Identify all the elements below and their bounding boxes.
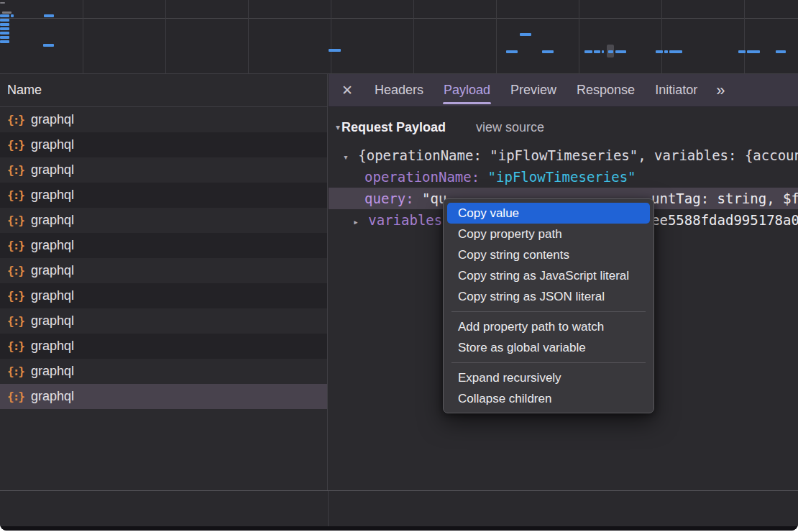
request-name-label: graphql (31, 137, 74, 152)
json-braces-icon: {:} (7, 138, 24, 152)
tree-root-row[interactable]: ▾ {operationName: "ipFlowTimeseries", va… (329, 145, 798, 166)
menu-item-collapse-children[interactable]: Collapse children (447, 388, 650, 409)
request-activity-bar (506, 50, 518, 53)
close-icon[interactable]: ✕ (341, 82, 353, 98)
request-list-item[interactable]: {:}graphql (0, 283, 327, 308)
name-column-header[interactable]: Name (0, 74, 327, 107)
menu-separator (451, 362, 646, 363)
status-footer (0, 490, 798, 526)
request-activity-bar (602, 50, 604, 53)
request-name-label: graphql (31, 389, 74, 404)
request-name-label: graphql (31, 162, 74, 178)
request-list-item[interactable]: {:}graphql (0, 233, 327, 258)
request-list-item[interactable]: {:}graphql (0, 157, 327, 183)
section-title: Request Payload (341, 120, 446, 135)
network-overview-timeline[interactable] (0, 0, 798, 74)
request-list-item[interactable]: {:}graphql (0, 183, 327, 208)
name-column-label: Name (7, 83, 42, 98)
menu-item-copy-property-path[interactable]: Copy property path (447, 224, 650, 244)
property-key: variables (368, 212, 442, 228)
request-list-item[interactable]: {:}graphql (0, 258, 327, 283)
request-activity-bar (43, 44, 54, 47)
property-value-string: "ipFlowTimeseries" (488, 169, 636, 185)
request-activity-bar (615, 50, 626, 53)
menu-item-store-as-global-variable[interactable]: Store as global variable (447, 337, 650, 358)
json-braces-icon: {:} (7, 163, 24, 177)
request-rows: {:}graphql{:}graphql{:}graphql{:}graphql… (0, 107, 327, 409)
menu-item-copy-string-contents[interactable]: Copy string contents (447, 244, 650, 265)
json-braces-icon: {:} (7, 364, 24, 378)
request-activity-bar (0, 14, 9, 17)
property-value-right-fragment: ee5588fdad995178a0 (651, 209, 798, 231)
tree-row-operation-name[interactable]: operationName: "ipFlowTimeseries" (329, 166, 798, 188)
property-value-right-fragment: untTag: string, $f (651, 188, 798, 209)
timeline-gridline (496, 0, 497, 73)
menu-separator (451, 311, 646, 312)
json-braces-icon: {:} (7, 188, 24, 202)
timeline-gridline (165, 0, 166, 73)
menu-item-copy-value[interactable]: Copy value (447, 203, 650, 224)
tab-response[interactable]: Response (577, 74, 635, 106)
pane-divider[interactable] (328, 491, 329, 526)
more-tabs-icon[interactable]: » (716, 81, 725, 100)
request-activity-bar (608, 50, 613, 53)
tab-preview[interactable]: Preview (510, 74, 556, 106)
json-braces-icon: {:} (7, 214, 24, 227)
request-activity-bar (0, 19, 9, 22)
timeline-gridline (579, 0, 579, 73)
property-key: operationName: (364, 169, 480, 185)
request-activity-bar (584, 50, 592, 53)
page-background: Name {:}graphql{:}graphql{:}graphql{:}gr… (0, 0, 798, 532)
timeline-gridline (744, 0, 745, 73)
request-name-label: graphql (31, 288, 74, 303)
request-activity-bar (0, 2, 5, 4)
tree-root-summary: {operationName: "ipFlowTimeseries", vari… (358, 147, 798, 163)
tab-payload[interactable]: Payload (444, 74, 490, 106)
context-menu: Copy valueCopy property pathCopy string … (443, 198, 654, 413)
menu-item-add-property-path-to-watch[interactable]: Add property path to watch (447, 316, 650, 337)
json-braces-icon: {:} (7, 289, 24, 303)
request-activity-bar (0, 36, 9, 39)
menu-item-expand-recursively[interactable]: Expand recursively (447, 367, 650, 388)
timeline-gridline (331, 0, 331, 73)
request-activity-bar (776, 50, 786, 53)
request-activity-bar (520, 33, 531, 36)
request-activity-bar (747, 50, 760, 53)
request-activity-bar (329, 49, 341, 52)
collapsed-triangle-icon[interactable]: ▸ (353, 216, 359, 227)
request-activity-bar (0, 32, 9, 35)
expanded-triangle-icon[interactable]: ▾ (343, 152, 349, 162)
view-source-link[interactable]: view source (476, 120, 544, 135)
timeline-gridline (248, 0, 249, 73)
request-name-label: graphql (31, 238, 74, 253)
request-activity-bar (542, 50, 554, 53)
request-list-item[interactable]: {:}graphql (0, 208, 327, 233)
request-name-label: graphql (31, 188, 74, 203)
tab-initiator[interactable]: Initiator (655, 74, 697, 106)
request-activity-bar (664, 50, 668, 53)
json-braces-icon: {:} (7, 113, 24, 127)
network-request-list-pane: Name {:}graphql{:}graphql{:}graphql{:}gr… (0, 74, 328, 490)
request-list-item[interactable]: {:}graphql (0, 107, 327, 132)
request-name-label: graphql (31, 213, 74, 228)
timeline-gridline (661, 0, 662, 73)
menu-item-copy-string-as-javascript-literal[interactable]: Copy string as JavaScript literal (447, 265, 650, 286)
request-name-label: graphql (31, 364, 74, 379)
request-list-item[interactable]: {:}graphql (0, 308, 327, 334)
request-activity-bar (2, 12, 12, 14)
section-expand-triangle-icon: ▾ (336, 122, 340, 132)
details-tab-bar: ✕ HeadersPayloadPreviewResponseInitiator… (329, 74, 798, 107)
overview-horizontal-divider (0, 18, 798, 19)
request-list-item[interactable]: {:}graphql (0, 132, 327, 157)
request-list-item[interactable]: {:}graphql (0, 384, 327, 409)
request-name-label: graphql (31, 313, 74, 329)
request-list-item[interactable]: {:}graphql (0, 334, 327, 359)
request-activity-bar (11, 14, 14, 17)
window-bottom-edge (0, 526, 798, 531)
request-activity-bar (656, 50, 663, 53)
tab-headers[interactable]: Headers (375, 74, 423, 106)
request-list-item[interactable]: {:}graphql (0, 359, 327, 384)
request-payload-section-header[interactable]: ▾ Request Payload view source (329, 116, 798, 138)
request-activity-bar (44, 14, 54, 17)
menu-item-copy-string-as-json-literal[interactable]: Copy string as JSON literal (447, 286, 650, 307)
